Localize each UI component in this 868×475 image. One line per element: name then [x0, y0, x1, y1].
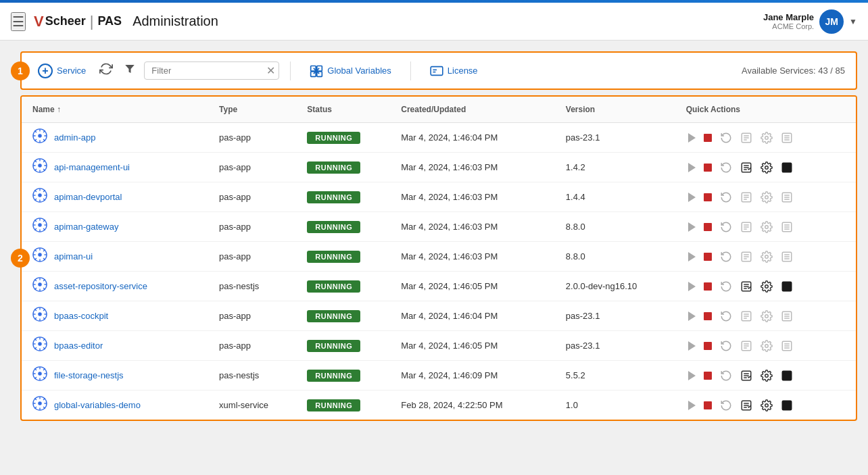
restart-icon — [720, 191, 732, 203]
start-button[interactable] — [686, 220, 698, 234]
service-link[interactable]: file-storage-nestjs — [54, 370, 124, 380]
service-link[interactable]: apiman-devportal — [54, 192, 122, 202]
settings-button[interactable] — [758, 278, 775, 295]
service-link[interactable]: global-variables-demo — [54, 400, 141, 410]
start-button[interactable] — [686, 191, 698, 204]
stop-button[interactable] — [702, 310, 714, 322]
log-icon — [781, 221, 793, 233]
checklist-button[interactable] — [738, 249, 754, 265]
cell-version: 5.5.2 — [560, 361, 681, 391]
checklist-button[interactable] — [738, 308, 754, 324]
stop-button[interactable] — [702, 280, 714, 293]
service-link[interactable]: apiman-gateway — [54, 222, 118, 232]
status-badge: running — [307, 132, 360, 144]
log-button[interactable] — [779, 397, 795, 414]
restart-button[interactable] — [718, 189, 734, 205]
log-button[interactable] — [779, 130, 795, 146]
restart-button[interactable] — [718, 219, 734, 235]
cell-status: running — [302, 301, 395, 331]
restart-button[interactable] — [718, 159, 734, 176]
license-button[interactable]: License — [422, 63, 486, 79]
svg-line-37 — [34, 169, 37, 171]
service-link[interactable]: bpaas-cockpit — [54, 311, 108, 321]
chevron-down-icon[interactable]: ▼ — [849, 17, 857, 26]
stop-button[interactable] — [702, 340, 714, 352]
log-icon — [781, 399, 793, 411]
start-button[interactable] — [686, 309, 698, 323]
service-link[interactable]: api-management-ui — [54, 162, 130, 172]
start-button[interactable] — [686, 131, 698, 145]
logo-pas: PAS — [97, 14, 122, 28]
filter-button[interactable] — [121, 60, 139, 81]
log-button[interactable] — [779, 219, 795, 235]
restart-button[interactable] — [718, 397, 734, 414]
start-button[interactable] — [686, 161, 698, 174]
log-button[interactable] — [779, 278, 795, 295]
stop-button[interactable] — [702, 399, 714, 411]
cell-version: pas-23.1 — [560, 331, 681, 361]
stop-button[interactable] — [702, 161, 714, 174]
settings-button[interactable] — [758, 308, 775, 324]
service-link[interactable]: apiman-ui — [54, 251, 93, 261]
hamburger-menu[interactable]: ☰ — [11, 12, 26, 31]
logo-scheer: Scheer — [45, 14, 86, 28]
play-icon — [688, 193, 696, 202]
settings-button[interactable] — [758, 219, 775, 235]
cell-name: bpaas-editor — [22, 331, 214, 361]
settings-button[interactable] — [758, 397, 775, 414]
restart-icon — [720, 221, 732, 233]
cell-status: running — [302, 242, 395, 272]
checklist-button[interactable] — [738, 278, 754, 295]
service-link[interactable]: asset-repository-service — [54, 281, 147, 291]
settings-button[interactable] — [758, 130, 775, 146]
service-link[interactable]: admin-app — [54, 132, 95, 143]
stop-button[interactable] — [702, 251, 714, 263]
cell-created: Mar 4, 2024, 1:46:03 PM — [395, 212, 560, 242]
restart-button[interactable] — [718, 338, 734, 354]
checklist-button[interactable] — [738, 397, 754, 414]
filter-clear-button[interactable]: ✕ — [266, 64, 275, 77]
log-button[interactable] — [779, 189, 795, 205]
checklist-button[interactable] — [738, 189, 754, 205]
stop-button[interactable] — [702, 370, 714, 382]
stop-button[interactable] — [702, 221, 714, 233]
start-button[interactable] — [686, 339, 698, 353]
start-button[interactable] — [686, 369, 698, 382]
start-button[interactable] — [686, 399, 698, 412]
settings-button[interactable] — [758, 189, 775, 205]
checklist-button[interactable] — [738, 130, 754, 146]
global-variables-button[interactable]: Global Variables — [302, 61, 399, 80]
restart-button[interactable] — [718, 249, 734, 265]
checklist-button[interactable] — [738, 338, 754, 354]
header: ☰ V Scheer | PAS Administration Jane Mar… — [0, 3, 868, 41]
log-button[interactable] — [779, 368, 795, 384]
log-button[interactable] — [779, 308, 795, 324]
restart-button[interactable] — [718, 130, 734, 146]
restart-button[interactable] — [718, 278, 734, 295]
user-name: Jane Marple — [763, 12, 814, 22]
start-button[interactable] — [686, 280, 698, 293]
settings-button[interactable] — [758, 338, 775, 354]
cell-version: 1.0 — [560, 391, 681, 420]
settings-button[interactable] — [758, 249, 775, 265]
checklist-button[interactable] — [738, 159, 754, 176]
svg-point-86 — [38, 253, 42, 257]
stop-button[interactable] — [702, 191, 714, 203]
avatar[interactable]: JM — [819, 9, 844, 34]
add-service-button[interactable]: + Service — [32, 61, 91, 81]
stop-button[interactable] — [702, 132, 714, 144]
restart-button[interactable] — [718, 308, 734, 324]
settings-button[interactable] — [758, 159, 775, 176]
log-button[interactable] — [779, 338, 795, 354]
log-button[interactable] — [779, 159, 795, 176]
service-link[interactable]: bpaas-editor — [54, 341, 103, 351]
restart-button[interactable] — [718, 368, 734, 384]
log-button[interactable] — [779, 249, 795, 265]
start-button[interactable] — [686, 250, 698, 264]
filter-input[interactable] — [144, 61, 279, 80]
checklist-button[interactable] — [738, 219, 754, 235]
checklist-button[interactable] — [738, 368, 754, 384]
refresh-button[interactable] — [97, 59, 116, 82]
svg-line-187 — [43, 407, 45, 409]
settings-button[interactable] — [758, 368, 775, 384]
